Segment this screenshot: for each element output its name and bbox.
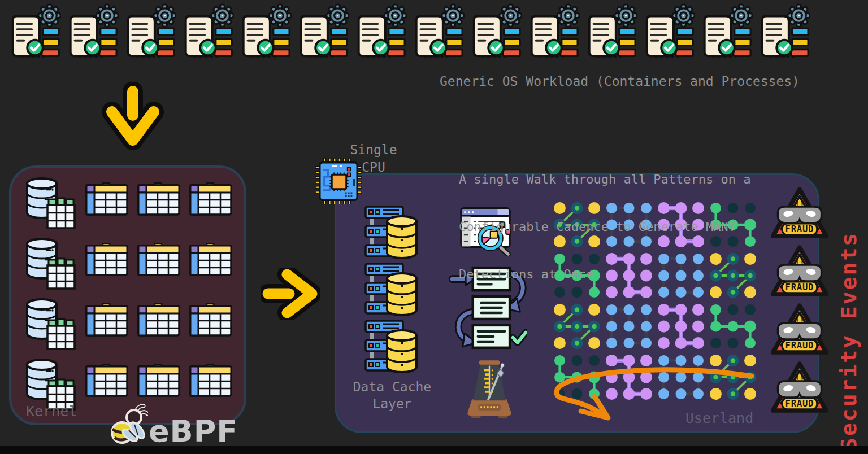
data-table-icon <box>137 182 181 216</box>
workload-caption: Generic OS Workload (Containers and Proc… <box>440 74 800 89</box>
fraud-icon-column: !! FRAUD !! FRAUD !! FRAUD !! FRAUD <box>770 186 829 416</box>
diagram-canvas: Generic OS Workload (Containers and Proc… <box>0 0 868 454</box>
data-table-icon <box>85 243 129 277</box>
data-table-icon <box>189 243 233 277</box>
data-cache-label: Data Cache Layer <box>344 378 441 412</box>
right-arrow-icon <box>261 268 320 320</box>
ebpf-logo-text: eBPF <box>149 413 238 449</box>
workload-icon <box>641 3 695 63</box>
workload-icon <box>237 3 292 63</box>
cpu-chip-icon <box>315 158 362 204</box>
server-database-icon <box>364 263 421 317</box>
workload-icon <box>180 3 234 63</box>
kernel-map-row <box>23 296 233 351</box>
kernel-map-row <box>23 176 233 230</box>
kernel-label: Kernel <box>26 403 77 420</box>
security-events-label: Security Events <box>836 207 867 451</box>
server-database-icon <box>364 320 421 374</box>
ebpf-bee-logo-icon <box>107 403 148 446</box>
single-cpu-label-line1: Single <box>337 141 410 159</box>
workload-icon <box>122 3 176 63</box>
workload-icon-row <box>7 3 810 63</box>
heading-line3: Detections at Once <box>459 267 751 282</box>
pattern-walk-heading: A single Walk through all Patterns on a … <box>459 140 751 314</box>
data-table-icon <box>85 303 129 337</box>
data-table-icon <box>189 303 233 337</box>
workload-icon <box>526 3 580 63</box>
fraud-label: FRAUD <box>785 224 814 234</box>
data-table-icon <box>137 243 181 277</box>
workload-icon <box>410 3 465 63</box>
data-table-icon <box>189 364 233 398</box>
annotation-swoosh-arrow-icon <box>541 360 767 428</box>
data-table-icon <box>85 364 129 398</box>
heading-line2: Configurable Cadence to Generate MANY <box>459 219 751 235</box>
fraud-mask-warning-icon: !! FRAUD <box>770 361 829 416</box>
fraud-label: FRAUD <box>785 282 814 293</box>
fraud-mask-warning-icon: !! FRAUD <box>770 245 829 299</box>
data-table-icon <box>137 303 181 337</box>
database-table-icon <box>23 296 77 351</box>
workload-icon <box>468 3 522 63</box>
workload-icon <box>353 3 407 63</box>
data-table-icon <box>137 364 181 398</box>
workload-icon <box>698 3 753 63</box>
server-database-icon <box>364 206 421 260</box>
fraud-mask-warning-icon: !! FRAUD <box>770 186 829 241</box>
heading-line1: A single Walk through all Patterns on a <box>459 172 751 187</box>
kernel-map-row <box>23 236 233 290</box>
down-arrow-icon <box>102 82 164 151</box>
database-table-icon <box>23 176 77 230</box>
workload-icon <box>583 3 637 63</box>
workload-icon <box>64 3 119 63</box>
data-cache-label-line1: Data Cache <box>344 378 441 395</box>
data-table-icon <box>189 182 233 216</box>
workload-icon <box>756 3 810 63</box>
database-table-icon <box>23 236 77 290</box>
data-cache-label-line2: Layer <box>344 395 441 412</box>
bottom-black-bar <box>0 446 868 454</box>
kernel-map-grid <box>23 176 233 411</box>
metronome-icon <box>462 358 517 421</box>
kernel-box <box>9 165 246 425</box>
data-table-icon <box>85 182 129 216</box>
data-cache-server-column <box>364 206 421 374</box>
fraud-label: FRAUD <box>785 340 814 351</box>
workload-icon <box>7 3 61 63</box>
fraud-mask-warning-icon: !! FRAUD <box>770 303 829 357</box>
fraud-label: FRAUD <box>785 399 814 409</box>
workload-icon <box>295 3 349 63</box>
